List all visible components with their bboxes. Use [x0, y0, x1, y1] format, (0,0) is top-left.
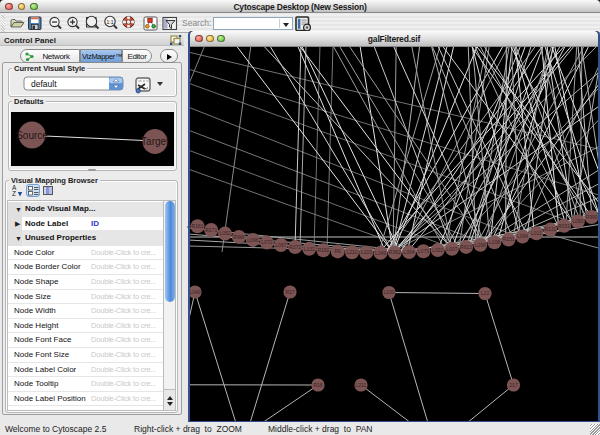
- svg-text:L022: L022: [432, 247, 443, 253]
- svg-text:R131: R131: [544, 226, 556, 232]
- svg-text:R031: R031: [558, 223, 570, 229]
- svg-text:L249: L249: [375, 250, 386, 256]
- svg-text:L096: L096: [247, 237, 258, 243]
- svg-text:L094: L094: [517, 233, 528, 239]
- svg-text:Target: Target: [141, 136, 169, 147]
- svg-text:R9W: R9W: [233, 234, 244, 240]
- svg-text:R613: R613: [460, 244, 472, 250]
- svg-text:R6: R6: [334, 248, 341, 254]
- svg-text:L075: L075: [418, 248, 429, 254]
- svg-text:L011: L011: [531, 230, 542, 236]
- svg-text:Source: Source: [16, 130, 48, 141]
- svg-text:R372: R372: [289, 244, 301, 250]
- svg-text:R999: R999: [586, 214, 598, 220]
- svg-text:L030: L030: [383, 289, 394, 295]
- svg-text:L103: L103: [361, 249, 372, 255]
- svg-text:L210: L210: [346, 249, 357, 255]
- svg-text:R161: R161: [192, 223, 204, 229]
- svg-text:default: default: [31, 79, 57, 89]
- svg-text:R231: R231: [503, 236, 515, 242]
- svg-text:R171: R171: [205, 227, 217, 233]
- svg-text:R18: R18: [313, 382, 322, 388]
- svg-text:L052: L052: [219, 230, 230, 236]
- svg-text:L098: L098: [475, 242, 486, 248]
- svg-text:L007: L007: [446, 246, 457, 252]
- svg-text:L132: L132: [304, 246, 315, 252]
- svg-text:L22: L22: [481, 290, 490, 296]
- svg-text:L067: L067: [275, 242, 286, 248]
- svg-text:R17: R17: [285, 289, 294, 295]
- svg-text:R362: R362: [389, 249, 401, 255]
- svg-text:L211: L211: [356, 382, 367, 388]
- svg-text:L090: L090: [572, 218, 583, 224]
- svg-text:L040: L040: [190, 289, 201, 295]
- svg-text:R192: R192: [317, 247, 329, 253]
- svg-text:1:1: 1:1: [107, 19, 114, 25]
- svg-text:217: 217: [509, 382, 518, 388]
- svg-text:L072: L072: [261, 239, 272, 245]
- svg-text:Z: Z: [12, 190, 16, 197]
- svg-text:L394: L394: [404, 249, 415, 255]
- svg-text:L108: L108: [489, 239, 500, 245]
